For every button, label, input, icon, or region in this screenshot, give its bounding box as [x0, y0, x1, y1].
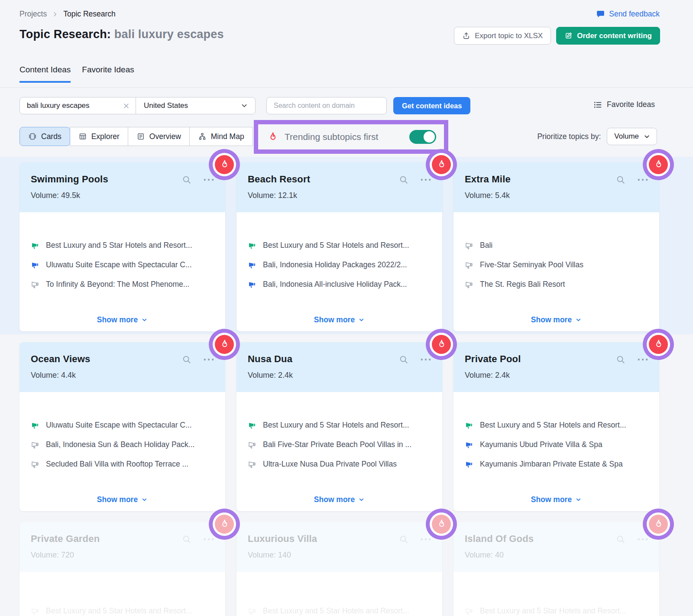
close-icon[interactable] — [123, 103, 130, 109]
content-idea-item[interactable]: Kayumanis Ubud Private Villa & Spa — [465, 440, 648, 449]
content-idea-item[interactable]: Best Luxury and 5 Star Hotels and Resort… — [465, 421, 648, 430]
search-icon[interactable] — [399, 355, 408, 364]
view-mindmap-button[interactable]: Mind Map — [189, 127, 253, 146]
more-menu-icon[interactable] — [421, 178, 431, 181]
cards-view-icon — [28, 132, 37, 141]
trending-toggle-switch[interactable] — [409, 130, 436, 144]
more-menu-icon[interactable] — [204, 358, 214, 361]
chevron-down-icon — [240, 102, 248, 110]
breadcrumb-projects[interactable]: Projects — [19, 10, 47, 19]
show-more-button[interactable]: Show more — [453, 315, 659, 324]
search-icon[interactable] — [182, 355, 191, 364]
topic-card: Nusa Dua Volume: 2.4k Best Luxury and 5 … — [236, 342, 442, 511]
content-idea-item[interactable]: Bali — [465, 241, 648, 250]
content-idea-item[interactable]: Bali Five-Star Private Beach Pool Villas… — [248, 440, 431, 449]
search-icon[interactable] — [616, 355, 625, 364]
view-cards-button[interactable]: Cards — [19, 127, 70, 146]
cards-grid: Swimming Pools Volume: 49.5k Best Luxury… — [19, 162, 659, 616]
send-feedback-label: Send feedback — [609, 10, 660, 19]
more-menu-icon[interactable] — [204, 538, 214, 541]
content-idea-item[interactable]: Secluded Bali Villa with Rooftop Terrace… — [31, 460, 214, 469]
more-menu-icon[interactable] — [638, 358, 648, 361]
trending-topic-badge — [643, 149, 674, 180]
more-menu-icon[interactable] — [638, 178, 648, 181]
megaphone-icon — [31, 607, 39, 616]
show-more-button[interactable]: Show more — [19, 495, 225, 504]
content-idea-item[interactable]: Bali, Indonesia Sun & Beach Holiday Pack… — [31, 440, 214, 449]
show-more-button[interactable]: Show more — [236, 315, 442, 324]
keyword-value: bali luxury escapes — [27, 101, 123, 110]
favorite-ideas-link[interactable]: Favorite Ideas — [593, 100, 655, 109]
show-more-button[interactable]: Show more — [19, 315, 225, 324]
show-more-button[interactable]: Show more — [453, 495, 659, 504]
content-idea-item[interactable]: Kayumanis Jimbaran Private Estate & Spa — [465, 460, 648, 469]
show-more-button[interactable]: Show more — [236, 495, 442, 504]
fire-icon — [267, 131, 278, 143]
more-menu-icon[interactable] — [638, 538, 648, 541]
view-explorer-button[interactable]: Explorer — [70, 127, 128, 146]
chevron-right-icon — [52, 11, 58, 17]
view-overview-button[interactable]: Overview — [128, 127, 190, 146]
chevron-down-icon — [358, 317, 365, 323]
explorer-view-icon — [78, 132, 87, 141]
more-menu-icon[interactable] — [204, 178, 214, 181]
card-title: Luxurious Villa — [248, 533, 317, 545]
content-idea-item[interactable]: The St. Regis Bali Resort — [465, 280, 648, 289]
content-idea-item[interactable]: Best Luxury and 5 Star Hotels and Resort… — [465, 606, 648, 616]
search-icon[interactable] — [182, 535, 191, 544]
tabs: Content Ideas Favorite Ideas — [19, 65, 134, 83]
trending-toggle-label: Trending subtopics first — [285, 132, 378, 142]
megaphone-icon — [465, 261, 473, 269]
fire-icon — [215, 335, 234, 354]
content-idea-item[interactable]: Best Luxury and 5 Star Hotels and Resort… — [248, 606, 431, 616]
prioritize-select[interactable]: Volume — [607, 128, 657, 145]
megaphone-icon — [465, 460, 473, 469]
trending-topic-badge — [209, 509, 240, 540]
content-idea-item[interactable]: Uluwatu Suite Escape with Spectacular C.… — [31, 260, 214, 269]
content-idea-item[interactable]: To Infinity & Beyond: The Most Phenome..… — [31, 280, 214, 289]
content-idea-item[interactable]: Best Luxury and 5 Star Hotels and Resort… — [31, 241, 214, 250]
search-icon[interactable] — [616, 535, 625, 544]
topic-card: Ocean Views Volume: 4.4k Uluwatu Suite E… — [19, 342, 225, 511]
chevron-down-icon — [358, 496, 365, 503]
megaphone-icon — [31, 261, 39, 269]
content-idea-item[interactable]: Best Luxury and 5 Star Hotels and Resort… — [248, 241, 431, 250]
megaphone-icon — [465, 441, 473, 449]
search-icon[interactable] — [399, 535, 408, 544]
content-idea-item[interactable]: Bali, Indonesia All-inclusive Holiday Pa… — [248, 280, 431, 289]
country-select[interactable]: United States — [136, 97, 255, 114]
send-feedback-link[interactable]: Send feedback — [596, 10, 660, 19]
megaphone-icon — [248, 421, 256, 430]
keyword-input[interactable]: bali luxury escapes — [20, 97, 136, 114]
search-icon[interactable] — [182, 175, 191, 185]
edit-icon — [564, 32, 573, 40]
megaphone-icon — [248, 441, 256, 449]
content-idea-item[interactable]: Bali, Indonesia Holiday Packages 2022/2.… — [248, 260, 431, 269]
view-explorer-label: Explorer — [91, 132, 120, 141]
breadcrumb-topic-research: Topic Research — [63, 10, 116, 19]
chevron-down-icon — [141, 496, 148, 503]
content-idea-item[interactable]: Best Luxury and 5 Star Hotels and Resort… — [31, 606, 214, 616]
topic-card: Beach Resort Volume: 12.1k Best Luxury a… — [236, 162, 442, 331]
content-idea-item[interactable]: Ultra-Luxe Nusa Dua Private Pool Villas — [248, 460, 431, 469]
more-menu-icon[interactable] — [421, 358, 431, 361]
content-idea-item[interactable]: Five-Star Seminyak Pool Villas — [465, 260, 648, 269]
search-icon[interactable] — [399, 175, 408, 185]
trending-topic-badge — [426, 329, 457, 360]
topic-card: Luxurious Villa Volume: 140 Best Luxury … — [236, 522, 442, 616]
get-content-ideas-button[interactable]: Get content ideas — [393, 97, 470, 114]
content-idea-item[interactable]: Uluwatu Suite Escape with Spectacular C.… — [31, 421, 214, 430]
topic-card: Swimming Pools Volume: 49.5k Best Luxury… — [19, 162, 225, 331]
domain-search-input[interactable] — [266, 97, 387, 114]
tab-favorite-ideas[interactable]: Favorite Ideas — [82, 65, 134, 83]
order-content-writing-button[interactable]: Order content writing — [556, 27, 660, 45]
prioritize-label: Prioritize topics by: — [537, 132, 601, 141]
search-icon[interactable] — [616, 175, 625, 185]
volume-label: Volume: 2.4k — [465, 371, 648, 380]
content-idea-item[interactable]: Best Luxury and 5 Star Hotels and Resort… — [248, 421, 431, 430]
view-switcher: Cards Explorer Overview Mind Map — [19, 127, 253, 146]
more-menu-icon[interactable] — [421, 538, 431, 541]
tab-content-ideas[interactable]: Content Ideas — [19, 65, 71, 83]
chevron-down-icon — [575, 496, 582, 503]
export-xlsx-button[interactable]: Export topic to XLSX — [454, 27, 551, 45]
